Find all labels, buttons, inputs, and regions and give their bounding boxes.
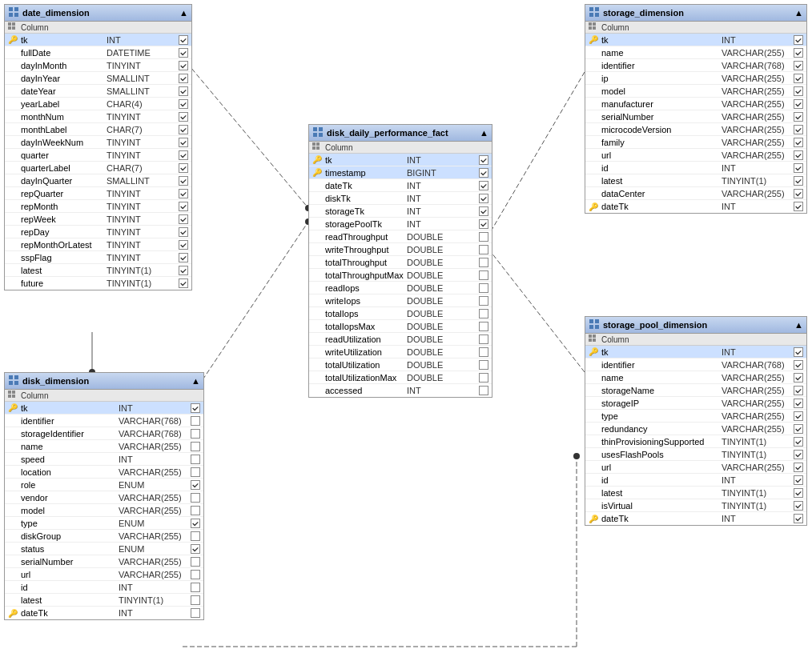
storage-pool-dimension-header: storage_pool_dimension ▲ <box>585 317 806 334</box>
table-row: dayInMonth TINYINT <box>5 59 191 72</box>
maximize-icon[interactable]: ▲ <box>191 376 200 386</box>
table-row: identifier VARCHAR(768) <box>585 59 806 72</box>
table-row: usesFlashPools TINYINT(1) <box>585 448 806 461</box>
table-row: fullDate DATETIME <box>5 46 191 59</box>
key-icon: 🔑 <box>6 35 19 44</box>
table-row: thinProvisioningSupported TINYINT(1) <box>585 435 806 448</box>
svg-rect-45 <box>589 319 593 323</box>
date-dimension-title: date_dimension <box>22 8 90 18</box>
svg-rect-25 <box>8 391 11 394</box>
table-row: 🔑 tk INT <box>585 346 806 359</box>
table-row: microcodeVersion VARCHAR(255) <box>585 123 806 136</box>
table-row: role ENUM <box>5 479 203 491</box>
table-row: storagePoolTk INT <box>309 218 492 230</box>
svg-rect-15 <box>9 13 13 17</box>
svg-rect-33 <box>312 142 316 146</box>
svg-rect-31 <box>313 133 317 137</box>
table-row: 🔑 dateTk INT <box>5 607 203 619</box>
table-row: quarterLabel CHAR(7) <box>5 162 191 174</box>
svg-rect-20 <box>12 26 15 30</box>
table-row: storageTk INT <box>309 205 492 218</box>
svg-rect-41 <box>589 22 592 26</box>
maximize-icon[interactable]: ▲ <box>179 8 188 18</box>
svg-rect-21 <box>9 375 13 379</box>
table-row: repWeek TINYINT <box>5 213 191 226</box>
svg-rect-37 <box>589 7 593 11</box>
svg-rect-46 <box>595 319 599 323</box>
table-row: totalThroughput DOUBLE <box>309 256 492 269</box>
table-row: repQuarter TINYINT <box>5 187 191 200</box>
table-row: dayInQuarter SMALLINT <box>5 174 191 187</box>
table-row: totalUtilizationMax DOUBLE <box>309 371 492 384</box>
table-row: serialNumber VARCHAR(255) <box>585 110 806 123</box>
storage-dimension-col-header: Column <box>585 22 806 34</box>
storage-dimension-table: storage_dimension ▲ Column 🔑 tk INT name… <box>585 4 807 214</box>
table-row: id INT <box>585 474 806 487</box>
table-row: totalThroughputMax DOUBLE <box>309 269 492 282</box>
maximize-icon[interactable]: ▲ <box>794 320 803 330</box>
table-row: dateTk INT <box>309 179 492 192</box>
table-grid-icon <box>8 375 19 387</box>
table-row: identifier VARCHAR(768) <box>5 415 203 427</box>
table-row: isVirtual TINYINT(1) <box>585 499 806 512</box>
table-row: readUtilization DOUBLE <box>309 333 492 346</box>
table-row: model VARCHAR(255) <box>5 504 203 517</box>
table-row: serialNumber VARCHAR(255) <box>5 555 203 568</box>
storage-pool-dimension-rows: 🔑 tk INT identifier VARCHAR(768) name VA… <box>585 346 806 525</box>
table-row: vendor VARCHAR(255) <box>5 491 203 504</box>
svg-point-12 <box>573 453 580 459</box>
maximize-icon[interactable]: ▲ <box>480 128 488 138</box>
disk-daily-perf-title: disk_daily_performance_fact <box>327 128 448 138</box>
storage-pool-dimension-table: storage_pool_dimension ▲ Column 🔑 tk INT… <box>585 316 807 526</box>
table-row: latest TINYINT(1) <box>5 594 203 607</box>
table-row: status ENUM <box>5 543 203 555</box>
svg-rect-38 <box>595 7 599 11</box>
disk-daily-perf-col-header: Column <box>309 142 492 154</box>
storage-dimension-rows: 🔑 tk INT name VARCHAR(255) identifier VA… <box>585 34 806 213</box>
table-row: accessed INT <box>309 384 492 397</box>
table-row: 🔑 timestamp BIGINT <box>309 166 492 179</box>
key-icon: 🔑 <box>587 35 600 44</box>
disk-dimension-table: disk_dimension ▲ Column 🔑 tk INT identif… <box>4 372 204 620</box>
table-row: 🔑 dateTk INT <box>585 512 806 525</box>
disk-daily-performance-fact-table: disk_daily_performance_fact ▲ Column 🔑 t… <box>308 124 492 398</box>
disk-dimension-title: disk_dimension <box>22 376 89 386</box>
table-row: type ENUM <box>5 517 203 530</box>
table-row: model VARCHAR(255) <box>585 85 806 98</box>
disk-dimension-rows: 🔑 tk INT identifier VARCHAR(768) storage… <box>5 402 203 619</box>
svg-rect-35 <box>312 146 316 150</box>
svg-rect-29 <box>313 127 317 131</box>
svg-rect-18 <box>12 22 15 26</box>
date-dimension-col-header: Column <box>5 22 191 34</box>
svg-line-0 <box>183 58 308 208</box>
table-row: identifier VARCHAR(768) <box>585 359 806 371</box>
table-row: 🔑 dateTk INT <box>585 200 806 213</box>
disk-dimension-header: disk_dimension ▲ <box>5 373 203 390</box>
table-row: latest TINYINT(1) <box>5 264 191 277</box>
maximize-icon[interactable]: ▲ <box>794 8 803 18</box>
disk-daily-perf-rows: 🔑 tk INT 🔑 timestamp BIGINT dateTk INT d… <box>309 154 492 397</box>
key-icon: 🔑 <box>587 515 600 523</box>
table-row: repMonth TINYINT <box>5 200 191 213</box>
table-row: location VARCHAR(255) <box>5 466 203 479</box>
table-row: yearLabel CHAR(4) <box>5 98 191 110</box>
svg-rect-52 <box>593 339 596 342</box>
svg-rect-47 <box>589 325 593 329</box>
svg-rect-17 <box>8 22 11 26</box>
table-row: 🔑 tk INT <box>5 34 191 46</box>
svg-line-6 <box>488 72 585 235</box>
table-grid-icon <box>8 6 19 19</box>
key-icon: 🔑 <box>6 403 19 412</box>
table-row: url VARCHAR(255) <box>585 149 806 162</box>
table-row: url VARCHAR(255) <box>585 461 806 474</box>
svg-rect-23 <box>9 381 13 385</box>
svg-rect-36 <box>316 146 320 150</box>
table-row: sspFlag TINYINT <box>5 251 191 264</box>
table-row: latest TINYINT(1) <box>585 174 806 187</box>
table-row: 🔑 tk INT <box>5 402 203 415</box>
table-row: totalIops DOUBLE <box>309 307 492 320</box>
date-dimension-header: date_dimension ▲ <box>5 5 191 22</box>
table-row: repMonthOrLatest TINYINT <box>5 238 191 251</box>
table-row: name VARCHAR(255) <box>585 371 806 384</box>
table-grid-icon <box>589 318 600 331</box>
